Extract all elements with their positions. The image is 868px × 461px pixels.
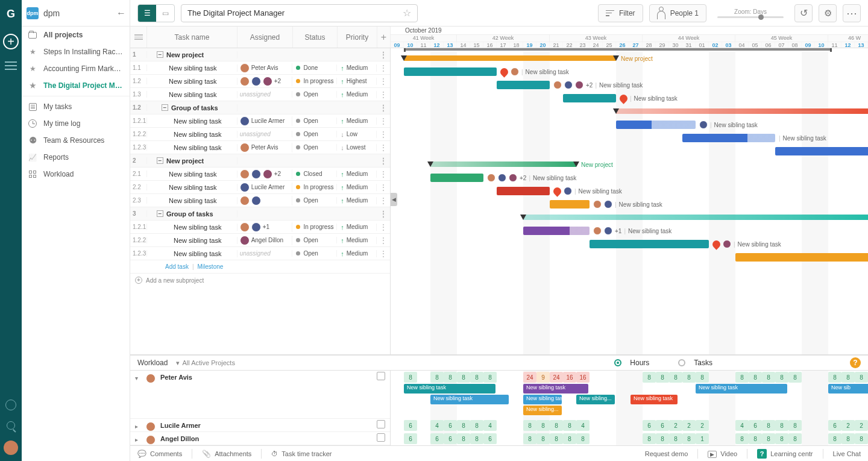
gantt-bar[interactable] <box>616 121 696 129</box>
task-row[interactable]: 1.2.2New sibling taskAngel DillonOpen↑Me… <box>130 234 390 247</box>
workload-task-bar[interactable]: New sibling task <box>523 395 562 404</box>
project-title-box[interactable]: The Digital Project Manager <box>181 4 418 22</box>
collapse-toggle[interactable]: − <box>157 157 163 164</box>
calendar-icon[interactable] <box>377 433 385 442</box>
task-row[interactable]: 2−New project⋮ <box>130 154 390 168</box>
footer-video[interactable]: Video <box>708 450 737 457</box>
task-row[interactable]: 1.2New sibling task+2In progress↑Highest… <box>130 75 390 88</box>
collapse-toggle[interactable]: − <box>157 210 163 217</box>
workload-task-bar[interactable]: New sibling task <box>404 384 495 394</box>
add-column-button[interactable]: + <box>377 27 391 48</box>
row-menu-icon[interactable]: ⋮ <box>377 196 390 205</box>
gantt-bar[interactable] <box>550 200 590 209</box>
gantt-bar[interactable] <box>497 187 550 195</box>
zoom-slider[interactable] <box>717 16 784 18</box>
footer-learning[interactable]: ?Learning centr <box>757 449 813 459</box>
gantt-bar[interactable] <box>590 240 709 248</box>
calendar-icon[interactable] <box>377 372 385 380</box>
status-column[interactable]: Status <box>293 27 338 48</box>
timeline-scrollbar[interactable] <box>404 48 832 51</box>
workload-task-bar[interactable]: New sibling task <box>430 395 509 404</box>
filter-button[interactable]: Filter <box>598 4 643 22</box>
footer-request-demo[interactable]: Request demo <box>645 450 688 457</box>
add-subproject-button[interactable]: +Add a new subproject <box>130 274 390 287</box>
row-menu-icon[interactable]: ⋮ <box>377 130 390 139</box>
footer-chat[interactable]: Live Chat <box>833 450 861 457</box>
gantt-view-button[interactable]: ☰ <box>138 5 156 22</box>
gantt-bar[interactable] <box>735 253 868 262</box>
nav-my-time-log[interactable]: My time log <box>22 115 130 132</box>
task-name-column[interactable]: Task name <box>147 27 237 48</box>
workload-person-row[interactable]: ▸Angel Dillon <box>130 432 390 445</box>
profile-avatar[interactable] <box>4 441 18 455</box>
expand-chevron-icon[interactable]: ▾ <box>135 374 141 381</box>
gantt-chart[interactable]: New projectGroup of taskNew projectGroup… <box>391 48 868 354</box>
people-button[interactable]: People 1 <box>649 4 706 22</box>
starred-project-1[interactable]: Accounting Firm Marketing... <box>22 60 130 77</box>
settings-button[interactable] <box>819 4 837 22</box>
create-button[interactable]: + <box>3 34 19 49</box>
gantt-bar[interactable] <box>775 147 868 155</box>
workload-task-bar[interactable]: New sibling... <box>576 395 615 404</box>
row-menu-icon[interactable]: ⋮ <box>377 116 390 126</box>
tasks-radio[interactable] <box>678 359 685 366</box>
expand-chevron-icon[interactable]: ▸ <box>135 422 141 430</box>
priority-column[interactable]: Priority <box>338 27 377 48</box>
workload-task-bar[interactable]: New sibling task <box>696 384 787 394</box>
task-row[interactable]: 1.2.1New sibling taskLucile ArmerOpen↑Me… <box>130 114 390 128</box>
row-menu-icon[interactable]: ⋮ <box>377 77 390 86</box>
row-menu-icon[interactable]: ⋮ <box>377 249 390 259</box>
row-menu-icon[interactable]: ⋮ <box>377 169 390 179</box>
assigned-column[interactable]: Assigned <box>237 27 293 48</box>
task-row[interactable]: 2.3New sibling taskOpen↑Medium⋮ <box>130 194 390 207</box>
workload-task-bar[interactable]: New sibling... <box>523 406 562 415</box>
workload-task-bar[interactable]: New sibling task <box>631 395 678 404</box>
workload-task-bar[interactable]: New sib <box>828 384 868 394</box>
nav-my-tasks[interactable]: My tasks <box>22 98 130 115</box>
row-menu-icon[interactable]: ⋮ <box>377 209 390 219</box>
wbs-column-header[interactable] <box>130 27 147 48</box>
workload-filter-dropdown[interactable]: ▾ All Active Projects <box>176 359 234 367</box>
help-icon[interactable]: ? <box>850 357 861 368</box>
starred-project-0[interactable]: Steps In Installing Rack Mo... <box>22 43 130 60</box>
nav-all-projects[interactable]: All projects <box>22 27 130 43</box>
gantt-bar[interactable] <box>563 94 616 102</box>
row-menu-icon[interactable]: ⋮ <box>377 143 390 152</box>
footer-attachments[interactable]: Attachments <box>202 450 251 458</box>
gantt-bar[interactable] <box>430 174 483 182</box>
add-milestone-link[interactable]: Milestone <box>198 263 224 270</box>
board-view-button[interactable]: ▭ <box>156 5 174 22</box>
nav-team-resources[interactable]: Team & Resources <box>22 132 130 149</box>
task-row[interactable]: 2.2New sibling taskLucile ArmerIn progre… <box>130 181 390 194</box>
nav-workload[interactable]: Workload <box>22 166 130 183</box>
collapse-toggle[interactable]: − <box>157 51 163 58</box>
gantt-bar[interactable] <box>682 134 775 142</box>
collapse-toggle[interactable]: − <box>162 104 168 111</box>
task-row[interactable]: 3−Group of tasks⋮ <box>130 207 390 221</box>
notifications-icon[interactable] <box>5 400 16 410</box>
task-row[interactable]: 1.1New sibling taskPeter AvisDone↑Medium… <box>130 61 390 75</box>
workload-person-row[interactable]: ▸Lucile Armer <box>130 419 390 432</box>
row-menu-icon[interactable]: ⋮ <box>377 103 390 113</box>
sidebar-collapse-icon[interactable]: ← <box>114 6 128 20</box>
task-row[interactable]: 1.2.2New sibling taskunassignedOpen↓Low⋮ <box>130 128 390 141</box>
grid-collapse-handle[interactable]: ◀ <box>391 193 397 206</box>
gantt-bar[interactable] <box>404 67 497 76</box>
workload-person-row[interactable]: ▾Peter Avis <box>130 371 390 419</box>
workload-task-bar[interactable]: New sibling task <box>523 384 588 394</box>
more-menu-button[interactable] <box>843 4 861 22</box>
search-icon[interactable] <box>7 421 15 430</box>
row-menu-icon[interactable]: ⋮ <box>377 222 390 232</box>
starred-project-active[interactable]: The Digital Project Manage... <box>22 77 130 94</box>
history-button[interactable] <box>794 4 813 22</box>
gantt-bar[interactable] <box>523 227 590 235</box>
favorite-star-icon[interactable] <box>403 7 411 19</box>
calendar-icon[interactable] <box>377 420 385 428</box>
expand-chevron-icon[interactable]: ▸ <box>135 435 141 443</box>
row-menu-icon[interactable]: ⋮ <box>377 63 390 73</box>
task-row[interactable]: 1−New project⋮ <box>130 48 390 61</box>
row-menu-icon[interactable]: ⋮ <box>377 50 390 60</box>
hours-radio[interactable] <box>614 359 621 366</box>
task-row[interactable]: 1.3New sibling taskunassignedOpen↑Medium… <box>130 88 390 101</box>
gantt-bar[interactable] <box>497 81 550 89</box>
